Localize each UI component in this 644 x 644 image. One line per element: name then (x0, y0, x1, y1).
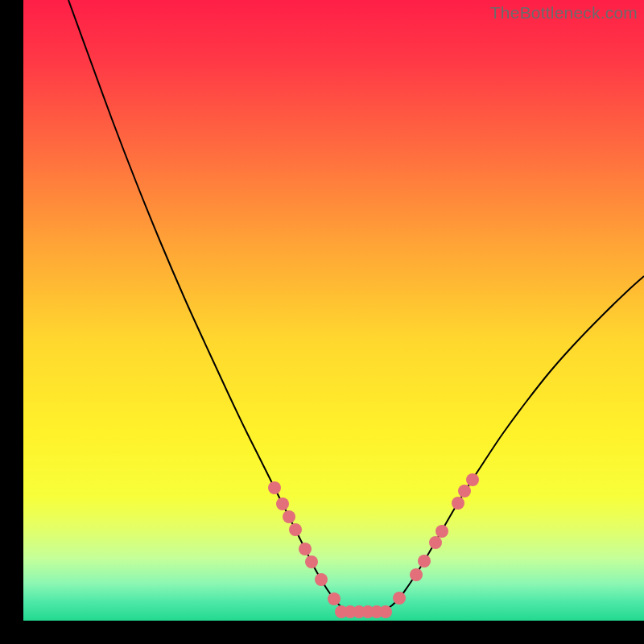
data-marker (276, 497, 289, 510)
data-marker (379, 605, 392, 618)
chart-frame: TheBottleneck.com (23, 0, 644, 621)
data-marker (429, 536, 442, 549)
data-marker (305, 555, 318, 568)
gradient-background (23, 0, 644, 621)
data-marker (436, 525, 448, 538)
data-marker (315, 573, 328, 586)
data-marker (283, 510, 295, 523)
data-marker (268, 481, 281, 494)
data-marker (299, 543, 312, 555)
data-marker (458, 485, 471, 497)
data-marker (289, 523, 302, 536)
data-marker (410, 568, 423, 581)
data-marker (466, 473, 479, 486)
data-marker (452, 497, 464, 510)
data-marker (393, 592, 406, 605)
data-marker (418, 555, 431, 568)
data-marker (328, 592, 341, 605)
bottleneck-chart (23, 0, 644, 621)
watermark-text: TheBottleneck.com (490, 3, 638, 23)
